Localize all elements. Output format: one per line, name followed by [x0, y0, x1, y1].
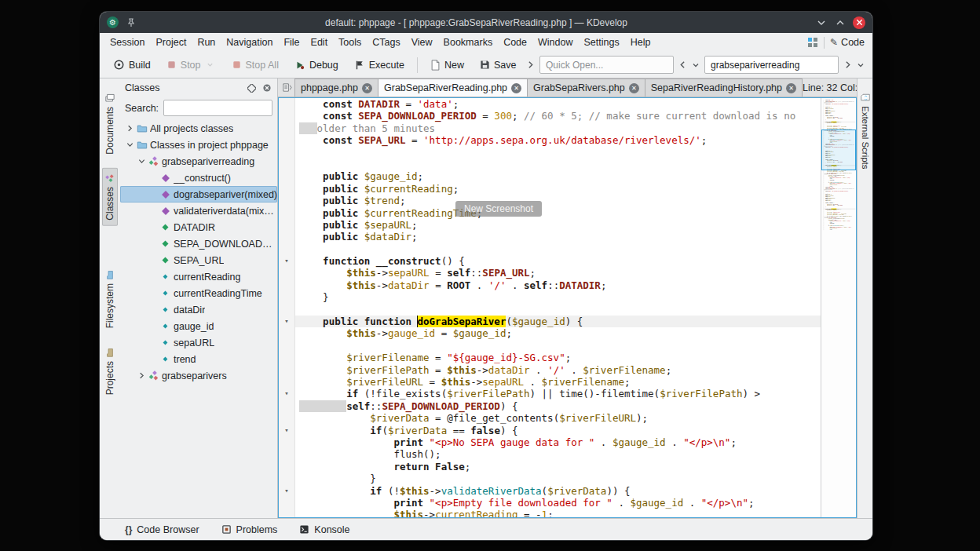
code-editor[interactable]: const DATADIR = 'data'; const SEPA_DOWNL… — [278, 97, 857, 518]
minimap[interactable]: const DATADIR = 'data'; const SEPA_DOWNL… — [821, 98, 856, 517]
code-line[interactable]: public $gauge_id; — [279, 170, 821, 182]
tree-item[interactable]: SEPA_URL — [120, 252, 277, 268]
code-line[interactable]: public $dataDir; — [279, 231, 821, 243]
konsole-button[interactable]: Konsole — [299, 524, 349, 535]
menu-item-tools[interactable]: Tools — [333, 35, 367, 49]
menu-item-settings[interactable]: Settings — [579, 35, 625, 49]
code-line[interactable]: print "<p>No SEPA gauge data for " . $ga… — [279, 436, 821, 448]
sidebar-tab-documents[interactable]: Documents — [102, 88, 118, 160]
code-line[interactable]: $riverFilename = "${gauge_id}-SG.csv"; — [279, 352, 821, 363]
code-line[interactable]: const SEPA_URL = 'http://apps.sepa.org.u… — [279, 134, 821, 146]
tree-item[interactable]: All projects classes — [120, 120, 277, 137]
menu-item-bookmarks[interactable]: Bookmarks — [438, 35, 499, 49]
tree-item[interactable]: validateriverdata(mixed) — [120, 203, 277, 219]
code-line[interactable]: $this->sepaURL = self::SEPA_URL; — [279, 267, 821, 279]
toolbar-overflow-icon[interactable] — [526, 57, 535, 73]
tree-item[interactable]: dograbsepariver(mixed) — [120, 186, 277, 203]
menu-item-project[interactable]: Project — [150, 35, 192, 49]
menu-item-ctags[interactable]: CTags — [367, 35, 405, 49]
code-line[interactable]: public $currentReadingTime; — [279, 207, 821, 219]
expander-icon[interactable] — [137, 157, 147, 166]
tree-item[interactable]: currentReading — [120, 268, 277, 285]
chevron-right-icon[interactable] — [843, 57, 852, 73]
tree-item[interactable]: __construct() — [120, 170, 277, 186]
sidebar-tab-classes[interactable]: Classes — [102, 168, 118, 226]
code-area[interactable]: const DATADIR = 'data'; const SEPA_DOWNL… — [279, 98, 821, 517]
fold-arrow-icon[interactable]: ▾ — [279, 316, 295, 327]
stop-all-button[interactable]: Stop All — [226, 57, 284, 74]
code-line[interactable] — [279, 147, 821, 159]
sidebar-tab-projects[interactable]: Projects — [102, 342, 118, 400]
problems-button[interactable]: Problems — [221, 524, 278, 535]
tree-item[interactable]: SEPA_DOWNLOAD_PERIOD — [120, 235, 277, 252]
menu-item-window[interactable]: Window — [532, 35, 578, 49]
search-input[interactable] — [704, 56, 839, 74]
tree-item[interactable]: trend — [120, 351, 277, 367]
code-line[interactable]: $riverFileURL = $this->sepaURL . $riverF… — [279, 376, 821, 388]
menu-item-session[interactable]: Session — [104, 35, 150, 49]
expander-icon[interactable] — [137, 371, 147, 380]
float-panel-icon[interactable] — [246, 82, 257, 93]
code-line[interactable]: $this->currentReading = -1; — [279, 509, 821, 517]
code-line[interactable]: $this->gauge_id = $gauge_id; — [279, 327, 821, 339]
menu-item-view[interactable]: View — [406, 35, 438, 49]
code-line[interactable]: ▾ if($riverData == false) { — [279, 425, 821, 436]
code-line[interactable]: public $sepaURL; — [279, 219, 821, 231]
code-line[interactable]: const DATADIR = 'data'; — [279, 98, 821, 110]
save-button[interactable]: Save — [474, 57, 522, 74]
area-code-button[interactable]: ✎ Code — [830, 37, 865, 48]
area-switcher-icon[interactable] — [807, 37, 818, 48]
code-line[interactable]: return False; — [279, 461, 821, 473]
tree-item[interactable]: grabseparivers — [120, 367, 277, 384]
stop-button[interactable]: Stop — [161, 54, 221, 76]
execute-button[interactable]: Execute — [349, 57, 410, 74]
menu-item-file[interactable]: File — [278, 35, 305, 49]
code-line[interactable]: } — [279, 473, 821, 484]
chevron-down-icon[interactable] — [857, 57, 865, 73]
class-search-input[interactable] — [163, 100, 272, 116]
close-tab-icon[interactable]: ✕ — [786, 83, 796, 93]
code-line[interactable] — [279, 340, 821, 352]
code-line[interactable]: print "<p>Empty file downloaded for " . … — [279, 497, 821, 509]
fold-arrow-icon[interactable]: ▾ — [279, 388, 295, 400]
close-button[interactable] — [853, 16, 865, 29]
tree-item[interactable]: Classes in project phppage — [120, 137, 277, 153]
chevron-down-icon[interactable] — [691, 57, 700, 73]
code-line[interactable]: public $trend; — [279, 195, 821, 206]
code-line[interactable]: $this->dataDir = ROOT . '/' . self::DATA… — [279, 279, 821, 291]
minimize-button[interactable] — [815, 16, 828, 29]
build-button[interactable]: Build — [108, 56, 156, 74]
code-line[interactable] — [279, 243, 821, 255]
close-tab-icon[interactable]: ✕ — [362, 83, 372, 93]
minimap-viewport[interactable] — [821, 130, 856, 170]
maximize-button[interactable] — [834, 16, 847, 29]
tree-item[interactable]: gauge_id — [120, 318, 277, 334]
close-tab-icon[interactable]: ✕ — [629, 83, 639, 93]
code-line[interactable]: self::SEPA_DOWNLOAD_PERIOD) { — [279, 400, 821, 412]
tree-item[interactable]: currentReadingTime — [120, 285, 277, 301]
close-tab-icon[interactable]: ✕ — [511, 83, 521, 93]
code-line[interactable]: public $currentReading; — [279, 183, 821, 195]
tree-item[interactable]: dataDir — [120, 301, 277, 318]
editor-tab[interactable]: GrabSepaRiverReading.php✕ — [378, 78, 528, 97]
editor-tab[interactable]: phppage.php✕ — [294, 78, 378, 97]
code-line[interactable]: ▾ if (!$this->validateRiverData($riverDa… — [279, 485, 821, 497]
editor-tab[interactable]: SepaRiverReadingHistory.php✕ — [645, 78, 803, 97]
code-line[interactable] — [279, 159, 821, 170]
new-button[interactable]: New — [425, 57, 470, 74]
editor-tab[interactable]: GrabSepaRivers.php✕ — [527, 78, 645, 97]
fold-arrow-icon[interactable]: ▾ — [279, 425, 295, 436]
sidebar-tab-filesystem[interactable]: Filesystem — [102, 265, 118, 334]
dock-tab-external-scripts[interactable]: External Scripts — [859, 88, 872, 174]
code-line[interactable]: older than 5 minutes — [279, 122, 821, 134]
close-panel-icon[interactable] — [261, 82, 272, 93]
expander-icon[interactable] — [125, 124, 135, 133]
menu-item-help[interactable]: Help — [625, 35, 656, 49]
quick-open-input[interactable] — [539, 56, 674, 74]
code-line[interactable]: flush(); — [279, 448, 821, 460]
fold-arrow-icon[interactable]: ▾ — [279, 255, 295, 267]
document-list-icon[interactable] — [278, 78, 295, 97]
menu-item-navigation[interactable]: Navigation — [221, 35, 278, 49]
tree-item[interactable]: grabsepariverreading — [120, 153, 277, 170]
tree-item[interactable]: DATADIR — [120, 219, 277, 235]
